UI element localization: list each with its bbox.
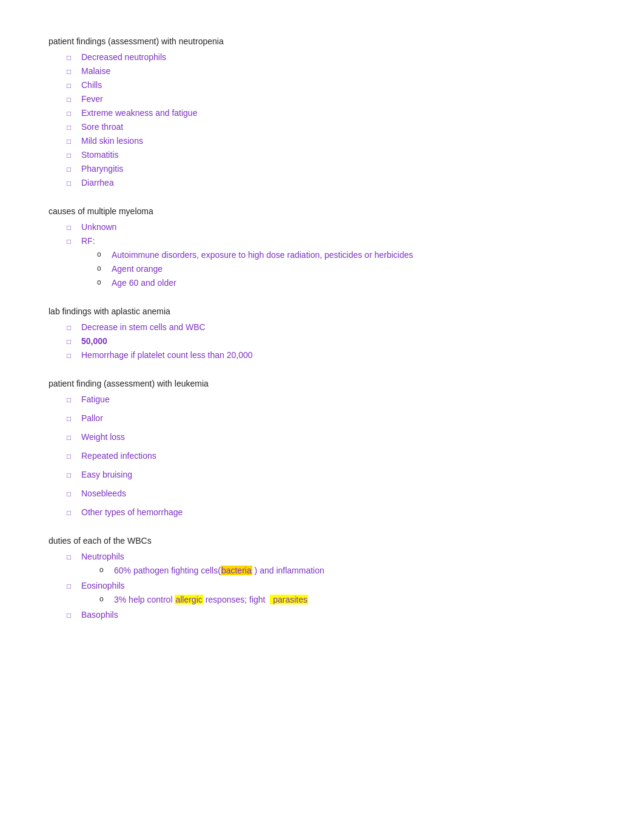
bullet-icon: □ [67,222,78,233]
list-item: □Pharyngitis [67,163,595,175]
myeloma-list: □Unknown □ RF: [49,221,595,248]
sub-bullet-icon: o [99,564,110,575]
bullet-icon: □ [67,66,78,77]
aplastic-list: □Decrease in stem cells and WBC □50,000 … [49,321,595,362]
bullet-icon: □ [67,581,78,592]
eosinophils-sublist: o 3% help control allergic responses; fi… [81,593,308,606]
neutropenia-list: □Decreased neutrophils □Malaise □Chills … [49,51,595,189]
bullet-icon: □ [67,488,78,499]
sub-bullet-icon: o [97,249,108,260]
myeloma-heading: causes of multiple myeloma [49,206,595,216]
bullet-icon: □ [67,507,78,518]
list-item: □Fatigue [67,393,595,406]
list-item: oAge 60 and older [97,277,595,289]
eosinophils-label: Eosinophils [81,581,125,590]
bullet-icon: □ [67,108,78,119]
wbc-duties-section: duties of each of the WBCs □ Neutrophils… [49,536,595,621]
leukemia-heading: patient finding (assessment) with leukem… [49,379,595,388]
list-item: □Fever [67,93,595,106]
wbc-duties-heading: duties of each of the WBCs [49,536,595,546]
bullet-icon: □ [67,52,78,63]
sub-bullet-icon: o [99,593,110,604]
bullet-icon: □ [67,178,78,189]
bullet-icon: □ [67,336,78,347]
sub-bullet-icon: o [97,277,108,288]
list-item: □ RF: [67,235,595,248]
list-item: □Decrease in stem cells and WBC [67,321,595,334]
list-item: o 3% help control allergic responses; fi… [99,593,308,606]
basophils-item: □ Basophils [67,609,595,621]
bullet-icon: □ [67,164,78,175]
bacteria-highlight: bacteria [221,566,252,575]
list-item: □Diarrhea [67,177,595,189]
list-item: □Weight loss [67,431,595,444]
bullet-icon: □ [67,150,78,161]
list-item: □Nosebleeds [67,487,595,500]
neutrophils-item: □ Neutrophils o 60% pathogen fighting ce… [67,550,595,578]
bullet-icon: □ [67,122,78,133]
list-item: □Easy bruising [67,468,595,481]
basophils-label: Basophils [81,609,118,621]
list-item: □Malaise [67,65,595,78]
bullet-icon: □ [67,94,78,105]
list-item: □Extreme weakness and fatigue [67,107,595,120]
myeloma-section: causes of multiple myeloma □Unknown □ RF… [49,206,595,289]
bullet-icon: □ [67,552,78,563]
list-item: o 60% pathogen fighting cells(bacteria )… [99,564,324,577]
bullet-icon: □ [67,610,78,621]
allergic-highlight: allergic [175,595,203,604]
eosinophils-item: □ Eosinophils o 3% help control allergic… [67,580,595,607]
neutropenia-heading: patient findings (assessment) with neutr… [49,36,595,46]
bullet-icon: □ [67,136,78,147]
list-item: □50,000 [67,335,595,348]
myeloma-sublist: oAutoimmune disorders, exposure to high … [49,249,595,289]
bullet-icon: □ [67,350,78,361]
bullet-icon: □ [67,470,78,481]
aplastic-heading: lab findings with aplastic anemia [49,306,595,316]
list-item: □Decreased neutrophils [67,51,595,64]
leukemia-list: □Fatigue □Pallor □Weight loss □Repeated … [49,393,595,519]
list-item: □Chills [67,79,595,92]
list-item: □Hemorrhage if platelet count less than … [67,349,595,362]
wbc-duties-list: □ Neutrophils o 60% pathogen fighting ce… [49,550,595,621]
list-item: oAutoimmune disorders, exposure to high … [97,249,595,262]
sub-bullet-icon: o [97,263,108,274]
neutrophils-label: Neutrophils [81,552,124,561]
bullet-icon: □ [67,322,78,333]
bullet-icon: □ [67,236,78,247]
neutropenia-section: patient findings (assessment) with neutr… [49,36,595,189]
bullet-icon: □ [67,394,78,405]
list-item: □Unknown [67,221,595,234]
aplastic-section: lab findings with aplastic anemia □Decre… [49,306,595,362]
list-item: □Other types of hemorrhage [67,506,595,519]
parasites-highlight: parasites [270,595,308,604]
list-item: □Repeated infections [67,450,595,462]
bullet-icon: □ [67,80,78,91]
leukemia-section: patient finding (assessment) with leukem… [49,379,595,519]
list-item: □Mild skin lesions [67,135,595,147]
bullet-icon: □ [67,451,78,462]
list-item: □Sore throat [67,121,595,134]
neutrophils-sublist: o 60% pathogen fighting cells(bacteria )… [81,564,324,577]
list-item: □Stomatitis [67,149,595,161]
list-item: oAgent orange [97,263,595,276]
bullet-icon: □ [67,432,78,443]
list-item: □Pallor [67,412,595,425]
bullet-icon: □ [67,413,78,424]
